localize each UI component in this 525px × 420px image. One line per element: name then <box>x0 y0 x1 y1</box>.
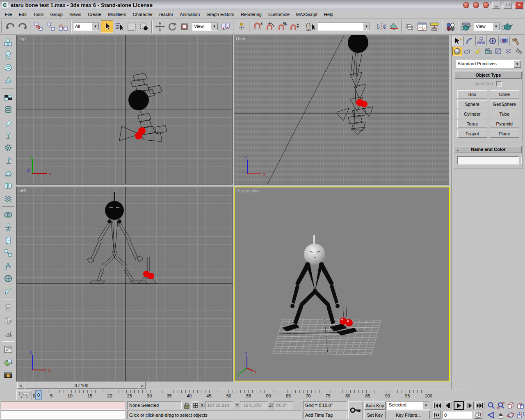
named-selection-sets-button[interactable]: { }ABC <box>304 21 317 33</box>
torus-knot-icon[interactable] <box>3 210 14 220</box>
track-bar[interactable]: 0510152025303540455055606570758085909510… <box>16 390 468 400</box>
named-selection-dropdown[interactable]: ▼ <box>318 23 370 31</box>
horn-icon[interactable] <box>3 286 14 297</box>
viewport-top-label[interactable]: Top <box>18 36 26 41</box>
cone-button[interactable]: Cone <box>490 90 520 98</box>
checker-tiles-icon[interactable] <box>3 91 14 102</box>
menu-create[interactable]: Create <box>84 11 105 18</box>
select-and-scale-button[interactable] <box>178 21 191 33</box>
key-filters-button[interactable]: Key Filters... <box>387 411 430 419</box>
geosphere-button[interactable]: GeoSphere <box>490 100 520 108</box>
viewport-left[interactable]: Left <box>16 187 233 381</box>
waves-icon[interactable] <box>3 193 14 204</box>
bones-icon[interactable] <box>3 260 14 271</box>
time-slider-handle[interactable]: 0 / 100 <box>25 382 138 389</box>
chevron-down-icon[interactable]: ▼ <box>514 60 521 68</box>
current-frame-marker[interactable]: 0 <box>35 390 42 399</box>
set-key-button[interactable]: Set Key <box>364 411 386 419</box>
gear-icon[interactable] <box>3 142 14 153</box>
render-type-dropdown[interactable]: View▼ <box>474 23 500 31</box>
open-mini-curve-editor-button[interactable] <box>16 390 32 400</box>
mirror-button[interactable] <box>375 21 388 33</box>
chevron-down-icon[interactable]: ▼ <box>363 23 370 30</box>
pyramid-button[interactable]: Pyramid <box>490 120 520 128</box>
menu-file[interactable]: File <box>2 11 16 18</box>
object-name-input[interactable] <box>457 156 519 164</box>
go-to-end-button[interactable] <box>475 402 484 409</box>
globe-search-icon[interactable] <box>3 357 14 368</box>
named-selection-input[interactable] <box>318 23 363 30</box>
plane-button[interactable]: Plane <box>490 130 520 138</box>
object-color-swatch[interactable] <box>521 157 522 164</box>
menu-modifiers[interactable]: Modifiers <box>105 11 130 18</box>
category-systems[interactable] <box>514 47 524 56</box>
tab-modify[interactable] <box>464 36 475 46</box>
spinning-top-icon[interactable] <box>3 75 14 86</box>
rectangular-selection-region-button[interactable] <box>126 21 138 33</box>
x-coordinate-field[interactable]: 107'10.214 <box>205 401 233 409</box>
close-button[interactable]: ✕ <box>515 2 523 9</box>
menu-views[interactable]: Views <box>66 11 84 18</box>
wheel-icon[interactable] <box>3 273 14 284</box>
go-to-start-button[interactable] <box>433 402 442 409</box>
tab-utilities[interactable] <box>510 36 521 46</box>
menu-rendering[interactable]: Rendering <box>237 11 265 18</box>
menu-graph-editors[interactable]: Graph Editors <box>203 11 237 18</box>
layer-manager-button[interactable] <box>404 21 416 33</box>
menu-tools[interactable]: Tools <box>30 11 47 18</box>
z-coordinate-field[interactable]: 0'0.0" <box>274 401 293 409</box>
next-frame-button[interactable] <box>466 402 474 409</box>
viewport-perspective-label[interactable]: Perspective <box>236 188 260 193</box>
sphere-button[interactable]: Sphere <box>457 100 487 108</box>
tab-display[interactable] <box>498 36 510 46</box>
key-mode-toggle-button[interactable] <box>433 411 441 419</box>
field-of-view-button[interactable] <box>486 411 495 419</box>
collapse-icon[interactable]: - <box>457 73 459 79</box>
name-and-color-rollout-header[interactable]: - Name and Color <box>455 146 522 153</box>
pan-hand-button[interactable] <box>496 411 505 419</box>
zoom-extents-all-button[interactable] <box>516 401 525 410</box>
menu-character[interactable]: Character <box>130 11 156 18</box>
menu-group[interactable]: Group <box>47 11 66 18</box>
viewport-user-label[interactable]: User <box>236 36 245 41</box>
min-max-toggle-button[interactable] <box>516 411 525 419</box>
percent-snap-toggle-button[interactable]: % <box>276 21 288 33</box>
reference-coordinate-system-dropdown[interactable]: View▼ <box>192 23 218 31</box>
quick-render-button[interactable] <box>501 21 514 33</box>
window-extra-button-2[interactable] <box>473 2 479 8</box>
select-and-move-button[interactable] <box>154 21 166 33</box>
curve-editor-button[interactable] <box>416 21 428 33</box>
selection-lock-toggle[interactable] <box>183 402 190 409</box>
arc-rotate-button[interactable] <box>506 411 515 419</box>
bind-to-space-warp-icon[interactable] <box>57 21 69 33</box>
window-crossing-toggle-button[interactable] <box>138 21 150 33</box>
previous-frame-arrow[interactable]: < <box>17 382 24 389</box>
material-editor-button[interactable] <box>444 21 457 33</box>
spinner-snap-toggle-button[interactable] <box>288 21 301 33</box>
menu-reactor[interactable]: reactor <box>156 11 176 18</box>
viewport-perspective[interactable]: Perspective <box>234 187 450 381</box>
tube-button[interactable]: Tube <box>490 110 520 118</box>
add-time-tag[interactable]: Add Time Tag <box>303 411 347 419</box>
spring-icon[interactable] <box>3 104 14 115</box>
torus-button[interactable]: Torus <box>457 120 487 128</box>
current-frame-field[interactable]: 0 <box>442 411 472 419</box>
chevron-down-icon[interactable]: ▼ <box>211 23 218 30</box>
beach-ball-icon[interactable] <box>3 62 14 73</box>
select-object-button[interactable] <box>101 21 113 33</box>
viewport-top[interactable]: Top y <box>16 35 233 185</box>
category-space-warps[interactable] <box>504 47 514 56</box>
category-shapes[interactable] <box>463 47 472 56</box>
redo-button[interactable] <box>16 21 29 33</box>
panel-list-icon[interactable] <box>3 344 14 355</box>
render-scene-button[interactable] <box>460 21 472 33</box>
split-object-icon[interactable] <box>3 180 14 191</box>
viewport-left-label[interactable]: Left <box>18 188 26 193</box>
collapse-icon[interactable]: - <box>457 147 459 153</box>
align-button[interactable] <box>388 21 400 33</box>
category-cameras[interactable] <box>483 47 493 56</box>
select-and-rotate-button[interactable] <box>166 21 178 33</box>
door-icon[interactable] <box>3 235 14 246</box>
ball-modifier-icon[interactable]: M <box>3 315 14 326</box>
tab-motion[interactable] <box>487 36 498 46</box>
